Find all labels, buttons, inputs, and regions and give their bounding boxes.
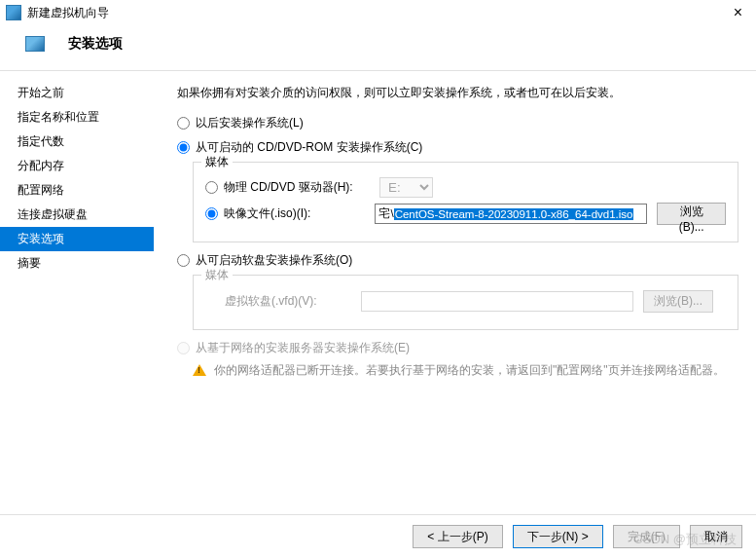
- network-warning-text: 你的网络适配器已断开连接。若要执行基于网络的安装，请返回到"配置网络"页并连接网…: [214, 362, 725, 379]
- radio-install-floppy[interactable]: [177, 254, 190, 267]
- wizard-footer: < 上一步(P) 下一步(N) > 完成(F) 取消: [0, 514, 756, 558]
- radio-install-network: [177, 342, 190, 354]
- sidebar-item-memory[interactable]: 分配内存: [0, 154, 154, 178]
- option-install-network-label: 从基于网络的安装服务器安装操作系统(E): [196, 340, 410, 356]
- next-button[interactable]: 下一步(N) >: [513, 525, 603, 548]
- cd-media-group: 媒体 物理 CD/DVD 驱动器(H): E: 映像文件(.iso)(I): 宅…: [193, 162, 738, 242]
- iso-path-selection: CentOS-Stream-8-20230911.0-x86_64-dvd1.i…: [394, 208, 634, 220]
- vfd-label: 虚拟软盘(.vfd)(V):: [205, 293, 361, 310]
- sidebar-item-hard-disk[interactable]: 连接虚拟硬盘: [0, 203, 154, 227]
- warning-icon: [193, 364, 206, 376]
- sidebar-item-install-options[interactable]: 安装选项: [0, 227, 154, 251]
- titlebar: 新建虚拟机向导 ×: [0, 0, 756, 23]
- option-install-cd[interactable]: 从可启动的 CD/DVD-ROM 安装操作系统(C): [177, 139, 738, 156]
- option-install-later-label: 以后安装操作系统(L): [196, 115, 304, 131]
- previous-button[interactable]: < 上一步(P): [413, 525, 502, 548]
- app-icon: [6, 5, 21, 20]
- sidebar-item-summary[interactable]: 摘要: [0, 251, 154, 276]
- page-title: 安装选项: [68, 35, 123, 53]
- browse-iso-button[interactable]: 浏览(B)...: [657, 203, 726, 225]
- sidebar-item-generation[interactable]: 指定代数: [0, 130, 154, 154]
- sidebar-item-before-begin[interactable]: 开始之前: [0, 81, 154, 105]
- wizard-content: 如果你拥有对安装介质的访问权限，则可以立即安装操作系统，或者也可在以后安装。 以…: [154, 71, 756, 506]
- physical-drive-select[interactable]: E:: [379, 177, 433, 198]
- network-warning-row: 你的网络适配器已断开连接。若要执行基于网络的安装，请返回到"配置网络"页并连接网…: [193, 362, 738, 379]
- radio-install-later[interactable]: [177, 117, 190, 130]
- finish-button: 完成(F): [613, 525, 680, 548]
- wizard-sidebar: 开始之前 指定名称和位置 指定代数 分配内存 配置网络 连接虚拟硬盘 安装选项 …: [0, 71, 154, 506]
- floppy-media-legend: 媒体: [201, 267, 233, 283]
- iso-path-input[interactable]: 宅\ CentOS-Stream-8-20230911.0-x86_64-dvd…: [375, 204, 647, 224]
- option-install-network: 从基于网络的安装服务器安装操作系统(E): [177, 340, 738, 356]
- option-install-floppy[interactable]: 从可启动软盘安装操作系统(O): [177, 252, 738, 269]
- browse-vfd-button: 浏览(B)...: [643, 290, 713, 313]
- cd-media-legend: 媒体: [201, 154, 233, 170]
- close-icon[interactable]: ×: [728, 5, 748, 20]
- floppy-media-group: 媒体 虚拟软盘(.vfd)(V): 浏览(B)...: [193, 275, 738, 330]
- intro-text: 如果你拥有对安装介质的访问权限，则可以立即安装操作系统，或者也可在以后安装。: [177, 85, 738, 101]
- wizard-icon: [25, 36, 45, 52]
- iso-file-label: 映像文件(.iso)(I):: [224, 205, 375, 222]
- sidebar-item-network[interactable]: 配置网络: [0, 178, 154, 203]
- iso-path-prefix: 宅\: [376, 206, 393, 221]
- radio-install-cd[interactable]: [177, 141, 190, 154]
- radio-physical-drive[interactable]: [205, 181, 218, 194]
- wizard-header: 安装选项: [0, 23, 756, 71]
- window-title: 新建虚拟机向导: [27, 5, 728, 21]
- vfd-input: [361, 291, 633, 312]
- radio-iso-file[interactable]: [205, 207, 218, 220]
- option-install-later[interactable]: 以后安装操作系统(L): [177, 115, 738, 131]
- physical-drive-label: 物理 CD/DVD 驱动器(H):: [224, 179, 379, 196]
- sidebar-item-name-location[interactable]: 指定名称和位置: [0, 105, 154, 130]
- cancel-button[interactable]: 取消: [690, 525, 742, 548]
